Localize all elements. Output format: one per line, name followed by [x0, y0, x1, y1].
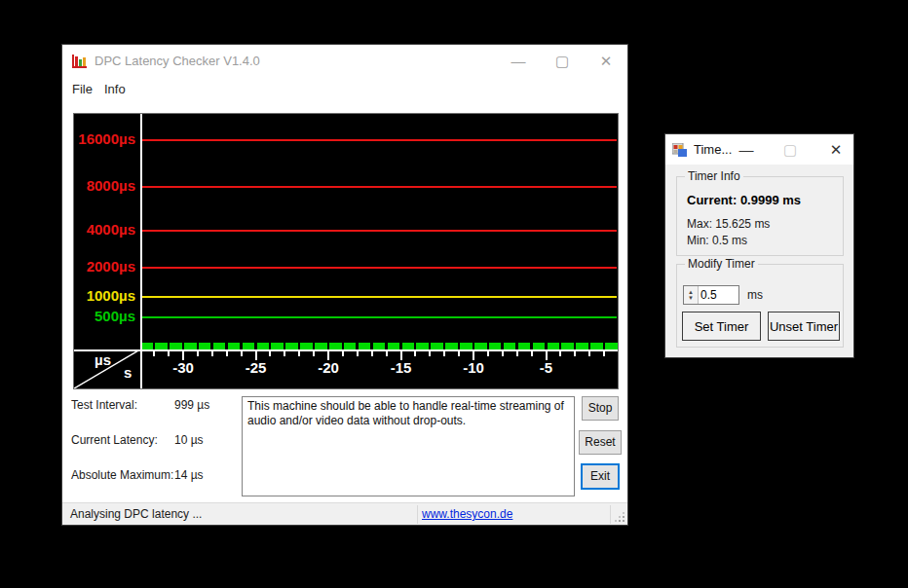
absolute-maximum-value: 14 µs	[174, 468, 204, 482]
x-axis-tick	[357, 351, 359, 356]
latency-bar	[170, 343, 182, 349]
gridline-label: 16000µs	[74, 130, 135, 147]
x-axis-tick	[342, 351, 344, 356]
menu-file[interactable]: File	[68, 80, 96, 98]
x-axis-tick	[298, 351, 300, 356]
gridline-8000	[142, 186, 617, 188]
gridline-label: 1000µs	[74, 287, 135, 304]
latency-chart: µs s 16000µs8000µs4000µs2000µs1000µs500µ…	[73, 113, 619, 389]
latency-bar	[561, 343, 574, 349]
latency-bar	[344, 343, 357, 349]
unset-timer-button[interactable]: Unset Timer	[768, 312, 840, 341]
x-axis-tick	[269, 351, 271, 356]
ms-unit-label: ms	[747, 288, 763, 302]
x-axis-tick	[386, 351, 388, 356]
x-axis-tick	[168, 351, 170, 356]
stop-button[interactable]: Stop	[582, 396, 619, 421]
latency-bar	[576, 343, 588, 349]
timer-current-value: Current: 0.9999 ms	[687, 193, 801, 207]
latency-bar	[489, 343, 502, 349]
set-timer-button[interactable]: Set Timer	[682, 312, 761, 341]
latency-bar	[533, 343, 546, 349]
close-button[interactable]: ✕	[821, 134, 851, 165]
modify-timer-group-label: Modify Timer	[685, 257, 758, 271]
latency-bar	[445, 343, 458, 349]
x-axis-tick	[559, 351, 561, 356]
latency-bar	[243, 343, 255, 349]
x-tick-label: -15	[382, 359, 421, 376]
x-axis-tick	[241, 351, 243, 356]
exit-button[interactable]: Exit	[581, 463, 620, 490]
latency-bar	[199, 343, 211, 349]
latency-bar	[271, 343, 284, 349]
latency-bar	[416, 343, 429, 349]
x-axis-tick	[197, 351, 199, 356]
status-separator	[610, 505, 611, 524]
timer-value-spinner[interactable]: ▲ ▼ 0.5	[683, 285, 739, 305]
modify-timer-group: Modify Timer ▲ ▼ 0.5 ms Set Timer Unset …	[676, 264, 844, 348]
chart-plot-area: µs s 16000µs8000µs4000µs2000µs1000µs500µ…	[74, 114, 618, 388]
test-interval-label: Test Interval:	[71, 398, 137, 412]
x-axis-tick	[313, 351, 315, 356]
spinner-down-icon[interactable]: ▼	[688, 295, 694, 301]
latency-bar	[605, 343, 618, 349]
latency-bar	[388, 343, 400, 349]
x-axis-tick	[284, 351, 285, 356]
gridline-4000	[142, 230, 617, 232]
timer-max-value: Max: 15.625 ms	[687, 217, 770, 231]
x-axis-tick	[603, 351, 605, 356]
gridline-label: 8000µs	[74, 177, 135, 194]
x-axis-line	[74, 349, 618, 351]
resize-grip-icon[interactable]	[614, 511, 625, 523]
timer-min-value: Min: 0.5 ms	[687, 234, 747, 247]
latency-bar	[402, 343, 415, 349]
latency-bar	[373, 343, 386, 349]
gridline-2000	[142, 267, 617, 269]
test-interval-value: 999 µs	[174, 398, 209, 412]
thesycon-link[interactable]: www.thesycon.de	[422, 507, 512, 521]
timer-info-group: Timer Info Current: 0.9999 ms Max: 15.62…	[676, 176, 844, 256]
gridline-1000	[142, 296, 617, 298]
dpc-app-icon	[71, 53, 88, 69]
timer-app-icon	[672, 143, 688, 157]
gridline-label: 500µs	[74, 308, 135, 324]
gridline-label: 2000µs	[74, 258, 135, 275]
timer-value-input[interactable]: 0.5	[699, 286, 738, 304]
minimize-button[interactable]: —	[732, 134, 761, 165]
timer-info-group-label: Timer Info	[685, 169, 743, 183]
minimize-button[interactable]: —	[502, 45, 535, 77]
status-text: Analysing DPC latency ...	[70, 507, 202, 521]
menu-info[interactable]: Info	[100, 80, 130, 98]
latency-bar	[315, 343, 327, 349]
x-axis-tick	[487, 351, 489, 356]
x-unit-label: s	[124, 364, 132, 381]
x-axis-tick	[502, 351, 504, 356]
latency-bar	[228, 343, 241, 349]
timer-window-title: Time...	[694, 142, 732, 157]
latency-bar	[142, 343, 153, 349]
latency-bar	[213, 343, 226, 349]
reset-button[interactable]: Reset	[579, 430, 622, 455]
current-latency-value: 10 µs	[174, 433, 204, 447]
timer-titlebar[interactable]: Time... — ▢ ✕	[665, 134, 853, 165]
latency-bar	[518, 343, 531, 349]
timer-window: Time... — ▢ ✕ Timer Info Current: 0.9999…	[664, 133, 854, 358]
x-axis-tick	[458, 351, 460, 356]
latency-bar	[474, 343, 487, 349]
dpc-latency-checker-window: DPC Latency Checker V1.4.0 — ▢ ✕ File In…	[61, 44, 628, 526]
latency-bar	[257, 343, 270, 349]
x-axis-tick	[574, 351, 576, 356]
x-tick-label: -20	[309, 359, 348, 376]
latency-bar	[300, 343, 313, 349]
x-axis-tick	[226, 351, 228, 356]
main-titlebar[interactable]: DPC Latency Checker V1.4.0 — ▢ ✕	[62, 45, 627, 77]
spinner-updown-arrows[interactable]: ▲ ▼	[684, 286, 699, 304]
maximize-button[interactable]: ▢	[546, 45, 579, 77]
gridline-16000	[142, 139, 617, 141]
y-unit-label: µs	[95, 351, 111, 368]
close-button[interactable]: ✕	[589, 45, 623, 77]
gridline-500	[142, 316, 617, 318]
x-tick-label: -10	[454, 359, 493, 376]
latency-bar	[359, 343, 371, 349]
x-axis-tick	[153, 351, 155, 356]
